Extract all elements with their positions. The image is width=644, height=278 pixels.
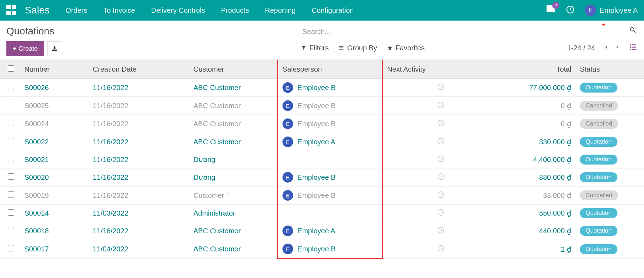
status-badge: Quotation — [580, 137, 617, 147]
cell-total: 33,000 ₫ — [499, 187, 576, 205]
cell-salesperson: EEmployee B — [278, 240, 382, 258]
groupby-label: Group By — [347, 44, 377, 52]
cell-activity[interactable] — [382, 97, 499, 115]
cell-activity[interactable] — [382, 168, 499, 187]
cell-status: Quotation — [576, 151, 644, 168]
row-checkbox[interactable] — [8, 209, 14, 216]
table-row[interactable]: S0001711/04/2022ABC CustomerEEmployee B2… — [0, 240, 644, 258]
cell-number: S00020 — [20, 168, 89, 187]
app-name[interactable]: Sales — [25, 5, 50, 16]
filter-icon — [301, 45, 307, 51]
clock-icon — [437, 246, 445, 254]
cell-total: 330,000 ₫ — [499, 133, 576, 151]
clock-icon — [437, 210, 445, 218]
pager-text[interactable]: 1-24 / 24 — [567, 44, 595, 52]
header-salesperson[interactable]: Salesperson — [278, 60, 382, 79]
import-button[interactable] — [47, 41, 62, 56]
table-row[interactable]: S0001811/16/2022ABC CustomerEEmployee A4… — [0, 222, 644, 240]
menu-delivery-controls[interactable]: Delivery Controls — [151, 6, 205, 15]
messaging-icon[interactable]: 2 — [546, 5, 556, 16]
cell-activity[interactable] — [382, 115, 499, 133]
page-title: Quotations — [6, 26, 62, 37]
cell-salesperson: EEmployee B — [278, 79, 382, 97]
salesperson-avatar: E — [282, 190, 293, 201]
row-checkbox[interactable] — [8, 102, 14, 108]
cell-activity[interactable] — [382, 187, 499, 205]
activity-icon[interactable] — [566, 5, 575, 16]
table-row[interactable]: S0002511/16/2022ABC CustomerEEmployee B0… — [0, 97, 644, 115]
row-checkbox[interactable] — [8, 156, 14, 162]
star-icon — [387, 45, 393, 51]
row-checkbox[interactable] — [8, 120, 14, 126]
cell-number: S00025 — [20, 97, 89, 115]
cell-customer: Dương — [189, 151, 278, 168]
cell-customer: ABC Customer — [189, 79, 278, 97]
cell-customer: Dương — [189, 168, 278, 187]
table-row[interactable]: S0002011/16/2022DươngEEmployee B880,000 … — [0, 168, 644, 187]
user-menu[interactable]: E Employee A — [585, 5, 638, 16]
menu-reporting[interactable]: Reporting — [265, 6, 296, 15]
cell-date: 11/16/2022 — [89, 151, 189, 168]
cell-number: S00014 — [20, 205, 89, 222]
create-button[interactable]: + Create — [6, 41, 44, 56]
status-badge: Quotation — [580, 226, 617, 236]
status-badge: Quotation — [580, 244, 617, 254]
table-row[interactable]: S0002611/16/2022ABC CustomerEEmployee B7… — [0, 79, 644, 97]
menu-orders[interactable]: Orders — [66, 6, 87, 15]
cell-activity[interactable] — [382, 79, 499, 97]
list-view-button[interactable] — [628, 43, 638, 52]
menu-to-invoice[interactable]: To Invoice — [103, 6, 135, 15]
cell-activity[interactable] — [382, 151, 499, 168]
header-total[interactable]: Total — [499, 60, 576, 79]
cell-date: 11/04/2022 — [89, 240, 189, 258]
row-checkbox[interactable] — [8, 138, 14, 144]
pager-prev[interactable] — [603, 44, 609, 52]
table-row[interactable]: S0001411/03/2022Administrator550,000 ₫Qu… — [0, 205, 644, 222]
table-row[interactable]: S0002211/16/2022ABC CustomerEEmployee A3… — [0, 133, 644, 151]
clock-icon — [437, 102, 445, 110]
cell-date: 11/03/2022 — [89, 205, 189, 222]
row-checkbox[interactable] — [8, 245, 14, 251]
filters-button[interactable]: Filters — [301, 44, 329, 52]
svg-rect-2 — [632, 44, 636, 45]
header-activity[interactable]: Next Activity — [382, 60, 499, 79]
row-checkbox[interactable] — [8, 227, 14, 233]
cell-status: Quotation — [576, 222, 644, 240]
header-date[interactable]: Creation Date — [89, 60, 189, 79]
cell-activity[interactable] — [382, 205, 499, 222]
row-checkbox[interactable] — [8, 191, 14, 198]
svg-point-3 — [630, 46, 631, 48]
header-customer[interactable]: Customer — [189, 60, 278, 79]
clock-icon — [437, 121, 445, 128]
cell-total: 2 ₫ — [499, 240, 576, 258]
menu-configuration[interactable]: Configuration — [312, 6, 354, 15]
download-icon — [51, 45, 58, 52]
clock-icon — [437, 84, 445, 92]
cell-status: Quotation — [576, 205, 644, 222]
cell-salesperson: EEmployee B — [278, 115, 382, 133]
salesperson-name: Employee A — [297, 138, 335, 146]
select-all-checkbox[interactable] — [8, 65, 14, 72]
apps-icon[interactable] — [6, 5, 17, 16]
salesperson-name: Employee B — [297, 245, 336, 253]
row-checkbox[interactable] — [8, 173, 14, 180]
header-status[interactable]: Status — [576, 60, 644, 79]
search-icon[interactable] — [629, 26, 637, 35]
pager-next[interactable] — [614, 44, 621, 52]
table-row[interactable]: S0002411/16/2022ABC CustomerEEmployee B0… — [0, 115, 644, 133]
cell-activity[interactable] — [382, 133, 499, 151]
svg-rect-6 — [632, 49, 636, 50]
salesperson-name: Employee B — [297, 102, 336, 110]
header-number[interactable]: Number — [20, 60, 89, 79]
status-badge: Quotation — [580, 155, 617, 165]
row-checkbox[interactable] — [8, 84, 14, 90]
table-row[interactable]: S0002111/16/2022Dương4,400,000 ₫Quotatio… — [0, 151, 644, 168]
navbar: Sales Orders To Invoice Delivery Control… — [0, 0, 644, 21]
favorites-button[interactable]: Favorites — [387, 44, 425, 52]
menu-products[interactable]: Products — [221, 6, 249, 15]
groupby-button[interactable]: Group By — [338, 44, 377, 52]
cell-activity[interactable] — [382, 222, 499, 240]
cell-activity[interactable] — [382, 240, 499, 258]
search-input[interactable] — [301, 26, 638, 38]
table-row[interactable]: S0001911/16/2022Customer `EEmployee B33,… — [0, 187, 644, 205]
